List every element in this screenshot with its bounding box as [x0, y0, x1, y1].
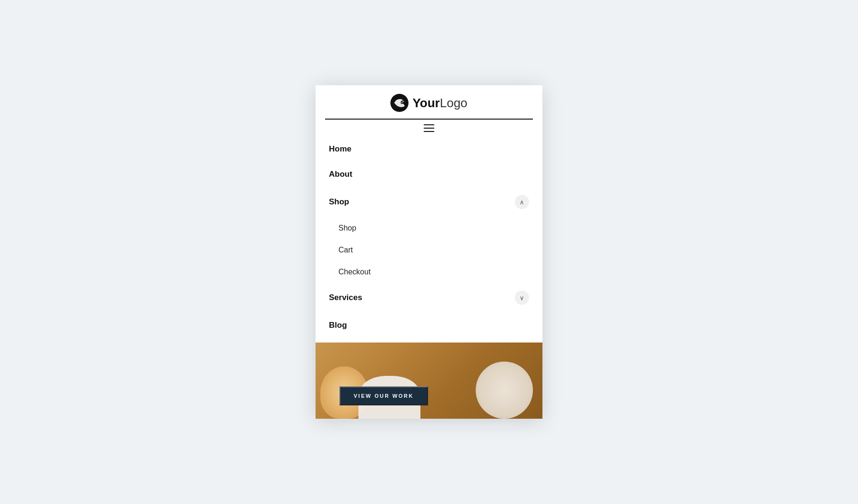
nav-label-shop: Shop: [329, 197, 349, 207]
hero-background: [316, 343, 542, 419]
nav-label-about: About: [329, 170, 352, 179]
shop-toggle-icon[interactable]: ∧: [515, 195, 529, 209]
logo: YourLogo: [390, 94, 467, 112]
hero-section: VIEW OUR WORK: [316, 343, 542, 419]
nav-sublabel-checkout: Checkout: [338, 268, 371, 276]
nav-item-shop[interactable]: Shop ∧: [316, 187, 542, 217]
nav-label-blog: Blog: [329, 321, 347, 330]
nav-subitem-cart[interactable]: Cart: [316, 239, 542, 261]
nav-item-blog[interactable]: Blog: [316, 313, 542, 338]
nav-subitem-checkout[interactable]: Checkout: [316, 261, 542, 283]
cushion-right-decoration: [476, 362, 533, 419]
nav-subitem-shop[interactable]: Shop: [316, 217, 542, 239]
logo-icon: [390, 94, 409, 112]
nav-sublabel-cart: Cart: [338, 246, 353, 254]
cta-button[interactable]: VIEW OUR WORK: [339, 386, 428, 405]
nav-item-services[interactable]: Services ∨: [316, 283, 542, 313]
phone-frame: YourLogo Home About Shop ∧ Shop: [316, 85, 542, 419]
nav-label-services: Services: [329, 293, 362, 302]
nav-sublabel-shop: Shop: [338, 224, 356, 232]
nav-menu: Home About Shop ∧ Shop Cart Checkout Ser…: [316, 137, 542, 343]
nav-item-about[interactable]: About: [316, 162, 542, 187]
hamburger-button[interactable]: [424, 124, 434, 132]
nav-label-home: Home: [329, 144, 351, 154]
logo-text: YourLogo: [412, 96, 467, 111]
nav-item-contact[interactable]: Contact: [316, 338, 542, 343]
services-toggle-icon[interactable]: ∨: [515, 291, 529, 305]
header: YourLogo: [316, 85, 542, 137]
nav-item-home[interactable]: Home: [316, 137, 542, 162]
hamburger-bar: [325, 119, 533, 137]
